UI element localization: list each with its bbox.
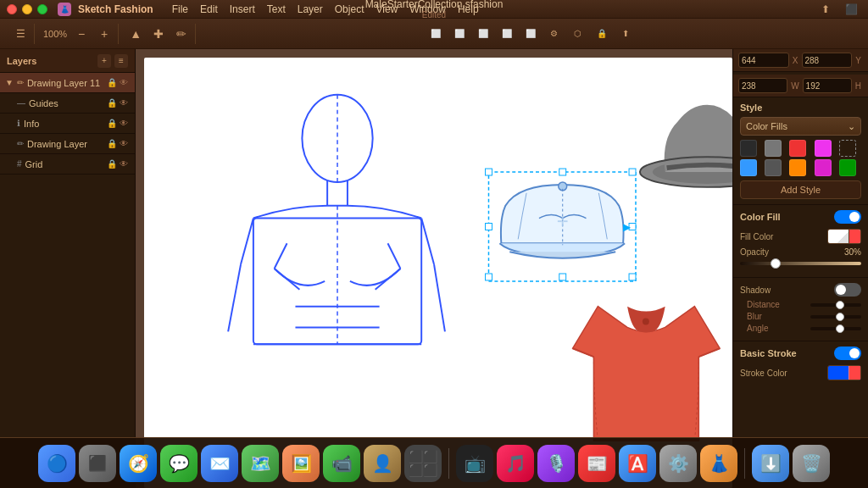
menu-layer[interactable]: Layer <box>298 3 323 15</box>
maximize-button[interactable] <box>37 4 47 14</box>
align-right-btn[interactable]: ⬜ <box>449 24 470 44</box>
menu-edit[interactable]: Edit <box>200 3 218 15</box>
layers-add-btn[interactable]: + <box>97 54 111 68</box>
swatch-blue[interactable] <box>740 159 757 176</box>
dock-messages[interactable]: 💬 <box>160 445 198 482</box>
zoom-in-btn[interactable]: + <box>94 24 114 44</box>
layer-item-guides[interactable]: — Guides 🔒 👁 <box>0 93 135 114</box>
layer-item-grid[interactable]: # Grid 🔒 👁 <box>0 154 135 175</box>
layer-lock-icon-3[interactable]: 🔒 <box>107 139 117 148</box>
distribute-btn[interactable]: ⬜ <box>520 24 541 44</box>
draw-btn[interactable]: ✏ <box>171 24 192 44</box>
blur-slider[interactable] <box>810 315 861 319</box>
shadow-toggle[interactable] <box>834 283 861 297</box>
layer-item-info[interactable]: ℹ Info 🔒 👁 <box>0 114 135 134</box>
style-dropdown[interactable]: Color Fills ⌄ <box>740 117 861 136</box>
svg-rect-27 <box>559 274 566 280</box>
dock-downloads[interactable]: ⬇️ <box>752 445 789 482</box>
layer-vis-icon-4[interactable]: 👁 <box>120 159 130 169</box>
distance-slider[interactable] <box>810 303 861 307</box>
layer-vis-icon-3[interactable]: 👁 <box>120 139 130 148</box>
layer-lock-icon-2[interactable]: 🔒 <box>107 119 117 128</box>
zoom-out-btn[interactable]: − <box>71 24 92 44</box>
swatch-black[interactable] <box>740 140 757 157</box>
x-input[interactable] <box>738 53 789 68</box>
align-top-btn[interactable]: ⬜ <box>473 24 493 44</box>
swatch-magenta[interactable] <box>815 140 832 157</box>
swatch-none[interactable] <box>839 140 856 157</box>
svg-point-40 <box>643 319 649 325</box>
layers-options-btn[interactable]: ≡ <box>114 54 128 68</box>
w-input[interactable] <box>738 78 787 93</box>
layer-item-drawing-11[interactable]: ▼ ✏ Drawing Layer 11 🔒 👁 <box>0 73 135 93</box>
blur-thumb[interactable] <box>836 313 844 321</box>
swatch-gray[interactable] <box>765 140 782 157</box>
cap-item[interactable]: ✛ ▶ <box>486 169 636 281</box>
menu-object[interactable]: Object <box>335 3 364 15</box>
layer-vis-icon-1[interactable]: 👁 <box>120 98 130 108</box>
align-left-btn[interactable]: ⬜ <box>426 24 446 44</box>
layer-lock-icon-0[interactable]: 🔒 <box>107 78 117 87</box>
dock-maps[interactable]: 🗺️ <box>242 445 279 482</box>
transform-btn[interactable]: ⚙ <box>544 24 565 44</box>
dock-music[interactable]: 🎵 <box>497 445 534 482</box>
angle-thumb[interactable] <box>836 324 844 333</box>
dock-photos[interactable]: 🖼️ <box>282 445 320 482</box>
dock-contacts[interactable]: 👤 <box>364 445 401 482</box>
fill-color-label: Fill Color <box>740 232 773 241</box>
canvas-area[interactable]: ✛ ▶ <box>136 49 732 488</box>
menu-file[interactable]: File <box>172 3 188 15</box>
close-button[interactable] <box>7 4 17 14</box>
angle-row: Angle <box>740 324 861 333</box>
swatch-dark-gray[interactable] <box>765 159 782 176</box>
dock-systemprefs[interactable]: ⚙️ <box>659 445 697 482</box>
select-tool-btn[interactable]: ▲ <box>125 24 146 44</box>
boolean-btn[interactable]: ⬡ <box>568 24 588 44</box>
dock-launchpad[interactable]: ⬛ <box>79 445 116 482</box>
stroke-color-picker[interactable] <box>827 365 861 380</box>
layer-vis-icon-0[interactable]: 👁 <box>120 78 130 87</box>
dock-sketchfashion[interactable]: 👗 <box>700 445 737 482</box>
dock-podcasts[interactable]: 🎙️ <box>537 445 575 482</box>
opacity-slider-thumb[interactable] <box>771 258 781 269</box>
layer-lock-icon-4[interactable]: 🔒 <box>107 159 117 169</box>
swatch-red[interactable] <box>789 140 806 157</box>
opacity-slider-track[interactable] <box>740 262 861 265</box>
swatch-purple[interactable] <box>815 159 832 176</box>
minimize-button[interactable] <box>22 4 32 14</box>
fill-color-picker[interactable] <box>827 229 861 244</box>
layers-panel: Layers + ≡ ▼ ✏ Drawing Layer 11 🔒 👁 — Gu… <box>0 49 136 488</box>
traffic-lights <box>7 4 47 14</box>
dock-mail[interactable]: ✉️ <box>201 445 238 482</box>
y-input[interactable] <box>802 53 853 68</box>
swatch-green[interactable] <box>839 159 856 176</box>
panel-toggle[interactable]: ⬛ <box>841 0 861 19</box>
align-bottom-btn[interactable]: ⬜ <box>497 24 517 44</box>
style-dropdown-label: Color Fills <box>746 121 787 131</box>
dock-safari[interactable]: 🧭 <box>120 445 157 482</box>
layer-lock-icon-1[interactable]: 🔒 <box>107 98 117 108</box>
add-style-btn[interactable]: Add Style <box>740 180 861 199</box>
angle-slider[interactable] <box>810 327 861 330</box>
layer-vis-icon-2[interactable]: 👁 <box>120 119 130 128</box>
layers-toggle-btn[interactable]: ☰ <box>10 24 31 44</box>
dock-appletv[interactable]: 📺 <box>456 445 493 482</box>
dock-news[interactable]: 📰 <box>578 445 615 482</box>
menu-insert[interactable]: Insert <box>230 3 255 15</box>
swatch-orange[interactable] <box>789 159 806 176</box>
dock-more1[interactable]: ⬛⬛⬛⬛ <box>404 445 442 482</box>
dock-appstore[interactable]: 🅰️ <box>619 445 656 482</box>
dock-facetime[interactable]: 📹 <box>323 445 360 482</box>
menu-text[interactable]: Text <box>267 3 286 15</box>
dock-trash[interactable]: 🗑️ <box>793 445 830 482</box>
insert-btn[interactable]: ✚ <box>148 24 169 44</box>
h-input[interactable] <box>803 78 852 93</box>
distance-thumb[interactable] <box>836 301 844 309</box>
export-btn[interactable]: ⬆ <box>615 24 636 44</box>
lock-btn[interactable]: 🔒 <box>592 24 612 44</box>
share-button[interactable]: ⬆ <box>815 0 836 19</box>
stroke-toggle[interactable] <box>834 347 861 360</box>
fill-toggle[interactable] <box>834 210 861 224</box>
layer-item-drawing[interactable]: ✏ Drawing Layer 🔒 👁 <box>0 134 135 154</box>
dock-finder[interactable]: 🔵 <box>38 445 75 482</box>
